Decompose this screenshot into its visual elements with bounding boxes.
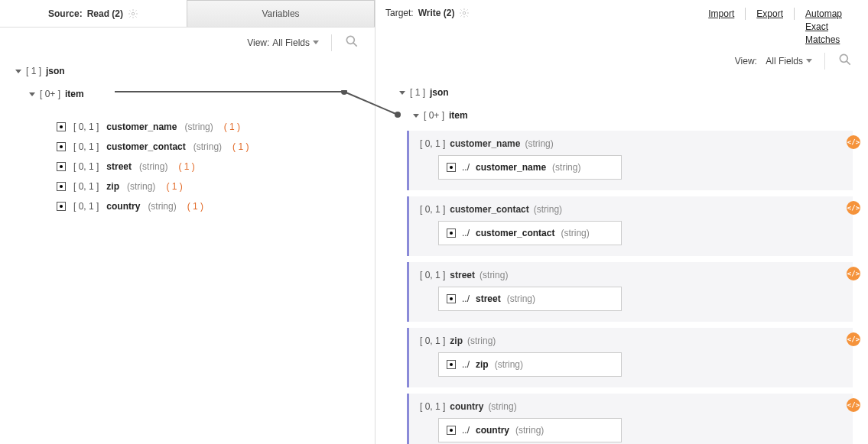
gear-icon[interactable] [459, 8, 470, 18]
svg-point-3 [463, 11, 467, 15]
export-link[interactable]: Export [746, 8, 794, 21]
chevron-down-icon[interactable] [399, 91, 405, 95]
view-dropdown[interactable]: View: All Fields [735, 56, 812, 66]
expression-icon[interactable]: </> [847, 201, 860, 215]
automap-link-line3: Matches [805, 34, 840, 45]
field-type: (string) [488, 401, 516, 412]
field-marker-icon [57, 182, 66, 191]
path-prefix: ../ [462, 293, 470, 304]
field-count: ( 1 ) [178, 161, 194, 172]
mapped-name: customer_name [476, 162, 546, 173]
mapping-expression[interactable]: ../ country (string) [438, 418, 622, 442]
chevron-down-icon [806, 59, 812, 63]
path-prefix: ../ [462, 359, 470, 370]
mapped-type: (string) [495, 359, 523, 370]
occurrence: [ 0+ ] [424, 110, 444, 121]
automap-link-line2: Exact [805, 21, 828, 32]
target-field-box[interactable]: </> [ 0, 1 ] country (string) ../ countr… [407, 394, 853, 444]
mapping-expression[interactable]: ../ street (string) [438, 287, 622, 311]
field-type: (string) [525, 138, 553, 149]
field-row[interactable]: [ 0, 1 ] customer_name (string) ( 1 ) [57, 117, 375, 137]
view-label: View: [247, 37, 269, 48]
mapped-type: (string) [507, 293, 535, 304]
target-field-box[interactable]: </> [ 0, 1 ] customer_contact (string) .… [407, 196, 853, 256]
automap-link[interactable]: Automap Exact Matches [795, 8, 853, 46]
field-type: (string) [467, 335, 496, 346]
field-row[interactable]: [ 0, 1 ] zip (string) ( 1 ) [57, 177, 375, 196]
expression-icon[interactable]: </> [847, 267, 860, 280]
node-name: item [65, 89, 84, 99]
tree-node-json[interactable]: [ 1 ] json [15, 62, 375, 80]
mapped-name: country [476, 425, 509, 436]
field-marker-icon [447, 294, 456, 303]
view-dropdown[interactable]: View: All Fields [247, 37, 319, 48]
field-count: ( 1 ) [166, 181, 182, 192]
target-field-box[interactable]: </> [ 0, 1 ] customer_name (string) ../ … [407, 131, 853, 190]
field-marker-icon [57, 142, 66, 151]
occurrence: [ 0, 1 ] [73, 161, 99, 172]
mapped-name: zip [476, 359, 489, 370]
path-prefix: ../ [462, 228, 470, 238]
variables-tab-label: Variables [262, 8, 299, 19]
target-title-prefix: Target: [385, 8, 414, 18]
field-name: country [106, 201, 140, 212]
source-tab[interactable]: Source: Read (2) [0, 0, 187, 27]
automap-link-line1: Automap [805, 8, 842, 19]
source-tab-label: Read (2) [87, 8, 123, 19]
tree-node-item[interactable]: [ 0+ ] item [29, 85, 375, 103]
field-row[interactable]: [ 0, 1 ] street (string) ( 1 ) [57, 157, 375, 177]
svg-point-1 [346, 36, 354, 44]
occurrence: [ 1 ] [26, 66, 41, 76]
mapped-type: (string) [561, 228, 589, 238]
occurrence: [ 0, 1 ] [73, 181, 99, 192]
svg-line-5 [847, 61, 850, 65]
target-field-box[interactable]: </> [ 0, 1 ] street (string) ../ street … [407, 262, 853, 322]
chevron-down-icon [313, 41, 319, 44]
field-type: (string) [193, 141, 222, 152]
mapped-name: street [476, 293, 501, 304]
import-link[interactable]: Import [697, 8, 745, 21]
field-marker-icon [447, 163, 456, 172]
path-prefix: ../ [462, 162, 470, 173]
mapping-expression[interactable]: ../ customer_name (string) [438, 155, 622, 180]
occurrence: [ 0, 1 ] [420, 138, 445, 149]
view-label: View: [735, 56, 757, 66]
occurrence: [ 0, 1 ] [420, 335, 445, 346]
field-count: ( 1 ) [224, 122, 240, 132]
chevron-down-icon[interactable] [29, 92, 35, 96]
search-icon[interactable] [837, 52, 853, 70]
view-value: All Fields [272, 37, 310, 48]
chevron-down-icon[interactable] [413, 114, 419, 118]
field-name: country [450, 401, 483, 412]
field-name: street [450, 270, 475, 280]
field-name: customer_name [450, 138, 520, 149]
field-row[interactable]: [ 0, 1 ] country (string) ( 1 ) [57, 196, 375, 216]
mapping-expression[interactable]: ../ zip (string) [438, 352, 622, 377]
expression-icon[interactable]: </> [847, 135, 860, 149]
variables-tab[interactable]: Variables [187, 0, 375, 27]
field-type: (string) [480, 270, 508, 280]
gear-icon[interactable] [128, 8, 138, 19]
chevron-down-icon[interactable] [15, 70, 21, 73]
field-marker-icon [57, 122, 66, 131]
mapping-expression[interactable]: ../ customer_contact (string) [438, 221, 622, 245]
tree-node-item[interactable]: [ 0+ ] item [413, 106, 853, 125]
field-row[interactable]: [ 0, 1 ] customer_contact (string) ( 1 ) [57, 137, 375, 157]
target-field-box[interactable]: </> [ 0, 1 ] zip (string) ../ zip (strin… [407, 328, 853, 387]
field-count: ( 1 ) [187, 201, 203, 212]
field-marker-icon [57, 202, 66, 211]
divider [331, 34, 332, 51]
field-name: customer_name [106, 122, 177, 132]
field-name: zip [450, 335, 463, 346]
expression-icon[interactable]: </> [847, 332, 860, 346]
field-type: (string) [148, 201, 176, 212]
occurrence: [ 0, 1 ] [73, 141, 99, 152]
field-name: zip [106, 181, 119, 192]
mapped-type: (string) [552, 162, 580, 173]
search-icon[interactable] [344, 34, 359, 51]
tree-node-json[interactable]: [ 1 ] json [399, 83, 853, 102]
divider [824, 53, 825, 70]
expression-icon[interactable]: </> [847, 398, 860, 412]
field-type: (string) [184, 122, 213, 132]
svg-point-0 [132, 12, 135, 15]
